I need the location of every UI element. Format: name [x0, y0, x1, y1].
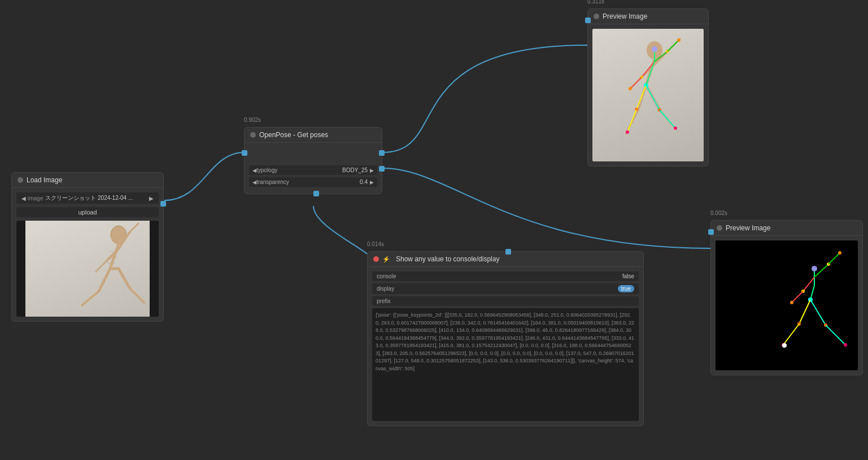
- typology-value: BODY_25: [342, 167, 368, 173]
- openpose-output-port-3[interactable]: [313, 191, 319, 196]
- prefix-row: prefix: [372, 296, 639, 306]
- transparency-row: ◀ transparency 0.4 ▶: [249, 177, 377, 187]
- console-icon: [373, 256, 379, 262]
- selector-value: スクリーンショット 2024-12-04 ...: [45, 194, 147, 202]
- console-icon-symbol: ⚡: [382, 256, 390, 263]
- load-image-dot: [18, 177, 23, 183]
- image-next-arrow[interactable]: ▶: [147, 195, 155, 201]
- svg-line-9: [119, 269, 130, 288]
- transparency-label: transparency: [256, 179, 360, 185]
- image-prev-arrow[interactable]: ◀: [20, 195, 28, 201]
- svg-point-64: [782, 343, 787, 348]
- openpose-dot: [250, 132, 256, 138]
- selector-label: image: [28, 195, 43, 201]
- console-key-label: console: [377, 273, 622, 279]
- svg-line-52: [792, 291, 803, 303]
- preview-bottom-input-port[interactable]: [708, 229, 714, 235]
- console-key-value: false: [622, 273, 634, 279]
- upload-button[interactable]: upload: [16, 207, 159, 217]
- openpose-input-port[interactable]: [242, 150, 247, 156]
- svg-line-43: [646, 62, 655, 85]
- typology-arrow-left[interactable]: ◀: [252, 168, 256, 173]
- svg-point-63: [844, 343, 847, 347]
- svg-line-5: [96, 260, 107, 271]
- display-toggle[interactable]: true: [618, 285, 634, 292]
- prefix-key-label: prefix: [377, 298, 634, 304]
- typology-row: ◀ typology BODY_25 ▶: [249, 165, 377, 175]
- svg-line-7: [99, 269, 110, 291]
- preview-top-title: Preview Image: [603, 12, 647, 20]
- svg-line-32: [630, 77, 642, 89]
- transparency-arrow-left[interactable]: ◀: [252, 179, 256, 185]
- svg-line-46: [814, 264, 828, 277]
- openpose-output-port-2[interactable]: [379, 166, 385, 172]
- svg-line-55: [810, 286, 814, 300]
- svg-line-56: [799, 300, 810, 324]
- svg-line-62: [826, 325, 845, 345]
- console-title: Show any value to console/display: [396, 255, 499, 263]
- preview-bottom-title: Preview Image: [726, 224, 770, 232]
- load-image-output-port[interactable]: [160, 201, 166, 207]
- svg-point-42: [674, 126, 677, 130]
- load-image-preview: [16, 221, 159, 317]
- preview-top-dot: [594, 14, 599, 19]
- display-row: display true: [372, 283, 639, 294]
- svg-point-29: [677, 38, 681, 42]
- preview-top-input-port[interactable]: [585, 17, 591, 23]
- transparency-arrow-right[interactable]: ▶: [370, 179, 374, 185]
- console-timing: 0.014s: [367, 241, 384, 247]
- svg-line-60: [810, 300, 826, 325]
- typology-label: typology: [256, 167, 342, 173]
- svg-point-53: [790, 301, 793, 304]
- svg-line-50: [803, 277, 814, 291]
- preview-bottom-dot: [717, 225, 722, 231]
- preview-bottom-timing: 0.002s: [710, 210, 727, 216]
- preview-top-timing: 0.311s: [587, 0, 604, 5]
- load-image-title: Load Image: [27, 176, 62, 184]
- svg-point-49: [838, 251, 841, 255]
- svg-line-58: [783, 324, 799, 345]
- svg-line-10: [130, 288, 144, 303]
- svg-line-3: [130, 224, 138, 232]
- image-selector: ◀ image スクリーンショット 2024-12-04 ... ▶: [16, 192, 159, 204]
- svg-line-41: [660, 110, 675, 128]
- svg-line-48: [828, 253, 840, 264]
- display-key-label: display: [377, 286, 618, 292]
- svg-point-44: [812, 266, 817, 271]
- preview-top-image: [592, 29, 704, 161]
- svg-line-39: [646, 85, 660, 110]
- openpose-title: OpenPose - Get poses: [259, 131, 328, 139]
- svg-line-37: [627, 109, 636, 132]
- typology-arrow-right[interactable]: ▶: [370, 168, 374, 173]
- transparency-value: 0.4: [360, 179, 368, 185]
- svg-point-33: [629, 87, 632, 90]
- svg-point-24: [652, 46, 657, 52]
- preview-bottom-image: [716, 240, 858, 370]
- console-row: console false: [372, 271, 639, 281]
- svg-line-28: [668, 40, 679, 51]
- openpose-timing: 0.902s: [244, 117, 261, 123]
- console-input-port[interactable]: [505, 249, 511, 255]
- svg-line-35: [636, 85, 646, 109]
- svg-point-38: [626, 130, 629, 134]
- svg-line-8: [82, 291, 99, 305]
- openpose-output-port-1[interactable]: [379, 150, 385, 156]
- console-output: {'pose': [{'pose_keypoints_2d': [[[335.0…: [372, 308, 639, 421]
